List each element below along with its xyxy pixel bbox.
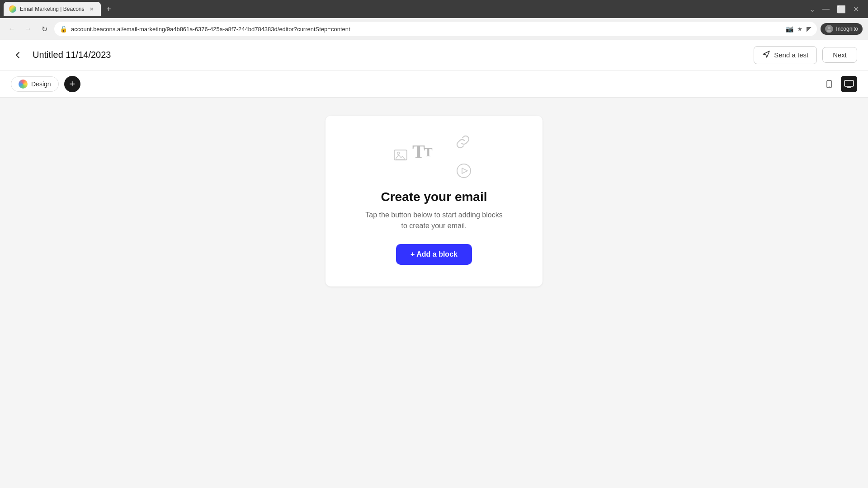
app-header: Untitled 11/14/2023 Send a test Next	[0, 40, 868, 70]
tab-title: Email Marketing | Beacons	[20, 6, 85, 12]
reload-button[interactable]: ↻	[38, 23, 51, 35]
close-button[interactable]: ✕	[851, 3, 861, 15]
svg-text:T: T	[412, 141, 425, 162]
send-icon	[762, 50, 770, 60]
email-canvas: T T	[326, 116, 542, 286]
link-icon	[455, 134, 471, 150]
text-icon: T T	[411, 140, 435, 162]
svg-rect-4	[844, 80, 854, 86]
create-email-description: Tap the button below to start adding blo…	[362, 210, 506, 231]
add-block-button[interactable]: + Add a block	[396, 244, 472, 265]
icons-cluster: T T	[393, 134, 475, 179]
app-toolbar: Design +	[0, 70, 868, 98]
svg-point-3	[829, 86, 830, 87]
svg-text:T: T	[424, 145, 433, 159]
incognito-badge: Incognito	[821, 23, 863, 35]
incognito-label: Incognito	[836, 26, 858, 32]
app-main: T T	[0, 98, 868, 488]
incognito-icon	[825, 25, 833, 33]
design-icon	[19, 80, 28, 89]
design-button[interactable]: Design	[11, 76, 59, 92]
tab-close-button[interactable]: ✕	[88, 5, 95, 13]
svg-point-9	[457, 164, 471, 178]
bookmark-icon[interactable]: ★	[797, 25, 803, 33]
svg-point-0	[828, 27, 830, 29]
tab-favicon	[9, 5, 16, 13]
device-toggle-icon[interactable]: ◤	[807, 25, 811, 33]
design-label: Design	[31, 80, 51, 88]
image-icon	[393, 146, 413, 166]
forward-nav-button[interactable]: →	[22, 23, 34, 35]
play-icon	[456, 163, 472, 179]
svg-point-1	[827, 30, 831, 32]
desktop-view-button[interactable]	[841, 76, 857, 92]
active-tab[interactable]: Email Marketing | Beacons ✕	[4, 2, 101, 16]
plus-icon: +	[69, 78, 75, 90]
mobile-view-button[interactable]	[821, 76, 837, 92]
lock-icon: 🔒	[60, 25, 67, 33]
url-text: account.beacons.ai/email-marketing/9a4b8…	[71, 26, 782, 33]
back-nav-button[interactable]: ←	[5, 23, 18, 35]
maximize-button[interactable]: ⬜	[835, 3, 848, 15]
create-email-heading: Create your email	[381, 190, 487, 204]
add-content-button[interactable]: +	[64, 76, 80, 92]
page-title: Untitled 11/14/2023	[33, 50, 111, 60]
next-button[interactable]: Next	[822, 47, 857, 63]
back-button[interactable]	[11, 48, 25, 62]
address-bar[interactable]: 🔒 account.beacons.ai/email-marketing/9a4…	[54, 22, 817, 36]
svg-point-6	[397, 152, 400, 155]
no-camera-icon: 📷̸	[786, 25, 793, 33]
send-test-button[interactable]: Send a test	[754, 46, 817, 64]
send-test-label: Send a test	[774, 51, 808, 59]
tab-list-dropdown[interactable]: ⌄	[807, 3, 817, 15]
minimize-button[interactable]: —	[821, 3, 831, 15]
new-tab-button[interactable]: +	[103, 3, 115, 15]
